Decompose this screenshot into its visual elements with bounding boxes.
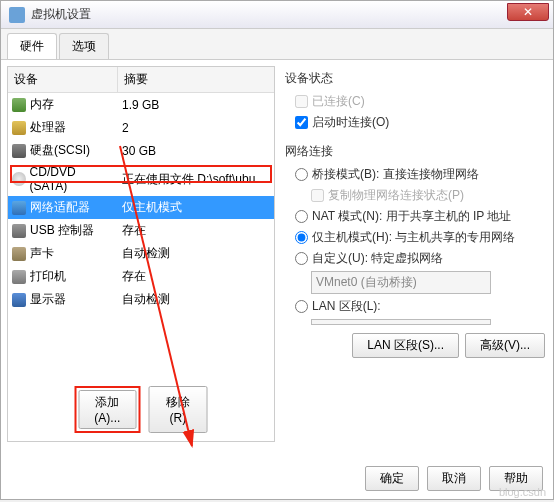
lan-segment-dropdown[interactable] [311,319,491,325]
connected-checkbox-row: 已连接(C) [295,93,545,110]
net-icon [12,201,26,215]
lan-radio[interactable] [295,300,308,313]
device-status-title: 设备状态 [285,70,545,87]
content-area: 设备 摘要 内存1.9 GB处理器2硬盘(SCSI)30 GBCD/DVD (S… [1,60,553,448]
device-row-mem[interactable]: 内存1.9 GB [8,93,274,116]
device-summary: 存在 [118,266,274,287]
device-details-panel: 设备状态 已连接(C) 启动时连接(O) 网络连接 [283,66,547,442]
replicate-checkbox-row: 复制物理网络连接状态(P) [295,187,545,204]
device-name: 打印机 [30,268,66,285]
remove-button[interactable]: 移除(R) [148,386,207,433]
custom-vmnet-dropdown[interactable]: VMnet0 (自动桥接) [311,271,491,294]
hostonly-radio[interactable] [295,231,308,244]
device-row-net[interactable]: 网络适配器仅主机模式 [8,196,274,219]
cpu-icon [12,121,26,135]
tab-strip: 硬件 选项 [1,29,553,60]
hostonly-radio-row[interactable]: 仅主机模式(H): 与主机共享的专用网络 [295,229,545,246]
usb-icon [12,224,26,238]
window-title: 虚拟机设置 [31,6,91,23]
connected-label: 已连接(C) [312,93,365,110]
network-connection-group: 网络连接 桥接模式(B): 直接连接物理网络 复制物理网络连接状态(P) NAT… [285,143,545,358]
device-rows: 内存1.9 GB处理器2硬盘(SCSI)30 GBCD/DVD (SATA)正在… [8,93,274,311]
device-name: 处理器 [30,119,66,136]
device-name: 内存 [30,96,54,113]
tab-options[interactable]: 选项 [59,33,109,59]
hdd-icon [12,144,26,158]
connect-poweron-label: 启动时连接(O) [312,114,389,131]
device-summary: 1.9 GB [118,96,274,114]
nat-label: NAT 模式(N): 用于共享主机的 IP 地址 [312,208,511,225]
close-button[interactable]: ✕ [507,3,549,21]
custom-radio-row[interactable]: 自定义(U): 特定虚拟网络 [295,250,545,267]
nat-radio-row[interactable]: NAT 模式(N): 用于共享主机的 IP 地址 [295,208,545,225]
col-device: 设备 [8,67,118,92]
device-row-cpu[interactable]: 处理器2 [8,116,274,139]
device-row-prn[interactable]: 打印机存在 [8,265,274,288]
cd-icon [12,172,26,186]
device-name: 声卡 [30,245,54,262]
device-row-snd[interactable]: 声卡自动检测 [8,242,274,265]
replicate-label: 复制物理网络连接状态(P) [328,187,464,204]
mem-icon [12,98,26,112]
device-name: 网络适配器 [30,199,90,216]
device-name: CD/DVD (SATA) [30,165,114,193]
connected-checkbox [295,95,308,108]
lan-radio-row[interactable]: LAN 区段(L): [295,298,545,315]
highlight-box-add-button: 添加(A)... [75,386,141,433]
device-list-header: 设备 摘要 [8,67,274,93]
device-summary: 仅主机模式 [118,197,274,218]
close-icon: ✕ [523,5,533,19]
device-list-panel: 设备 摘要 内存1.9 GB处理器2硬盘(SCSI)30 GBCD/DVD (S… [7,66,275,442]
device-summary: 自动检测 [118,289,274,310]
advanced-button[interactable]: 高级(V)... [465,333,545,358]
app-icon [9,7,25,23]
device-row-hdd[interactable]: 硬盘(SCSI)30 GB [8,139,274,162]
hostonly-label: 仅主机模式(H): 与主机共享的专用网络 [312,229,515,246]
device-summary: 30 GB [118,142,274,160]
device-status-group: 设备状态 已连接(C) 启动时连接(O) [285,70,545,131]
device-row-disp[interactable]: 显示器自动检测 [8,288,274,311]
device-name: 显示器 [30,291,66,308]
titlebar: 虚拟机设置 ✕ [1,1,553,29]
bridged-radio[interactable] [295,168,308,181]
cancel-button[interactable]: 取消 [427,466,481,491]
tab-hardware[interactable]: 硬件 [7,33,57,59]
device-summary: 正在使用文件 D:\soft\ubuntu-14.04... [118,169,274,190]
nat-radio[interactable] [295,210,308,223]
watermark: blog.csdn [499,486,546,498]
device-name: USB 控制器 [30,222,94,239]
connect-poweron-checkbox-row[interactable]: 启动时连接(O) [295,114,545,131]
device-name: 硬盘(SCSI) [30,142,90,159]
prn-icon [12,270,26,284]
lan-label: LAN 区段(L): [312,298,381,315]
device-row-usb[interactable]: USB 控制器存在 [8,219,274,242]
ok-button[interactable]: 确定 [365,466,419,491]
bridged-label: 桥接模式(B): 直接连接物理网络 [312,166,479,183]
lan-segment-button[interactable]: LAN 区段(S)... [352,333,459,358]
custom-label: 自定义(U): 特定虚拟网络 [312,250,443,267]
snd-icon [12,247,26,261]
device-buttons: 添加(A)... 移除(R) [75,386,208,433]
network-connection-title: 网络连接 [285,143,545,160]
network-extra-buttons: LAN 区段(S)... 高级(V)... [285,333,545,358]
add-button[interactable]: 添加(A)... [79,390,137,429]
col-summary: 摘要 [118,67,274,92]
device-row-cd[interactable]: CD/DVD (SATA)正在使用文件 D:\soft\ubuntu-14.04… [8,162,274,196]
device-summary: 自动检测 [118,243,274,264]
device-summary: 存在 [118,220,274,241]
custom-radio[interactable] [295,252,308,265]
connect-poweron-checkbox[interactable] [295,116,308,129]
replicate-checkbox [311,189,324,202]
device-summary: 2 [118,119,274,137]
vm-settings-window: 虚拟机设置 ✕ 硬件 选项 设备 摘要 内存1.9 GB处理器2硬盘(SCSI)… [0,0,554,500]
bridged-radio-row[interactable]: 桥接模式(B): 直接连接物理网络 [295,166,545,183]
disp-icon [12,293,26,307]
